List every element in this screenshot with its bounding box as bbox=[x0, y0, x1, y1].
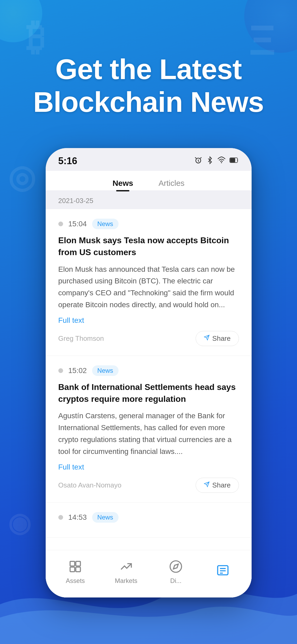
status-time: 5:16 bbox=[58, 155, 77, 167]
share-button-2[interactable]: Share bbox=[196, 478, 239, 493]
news-excerpt-2: Agustín Carstens, general manager of the… bbox=[58, 410, 239, 457]
news-fulltext-2[interactable]: Full text bbox=[58, 463, 239, 471]
nav-assets[interactable]: Assets bbox=[66, 558, 85, 585]
bg-icon-crypto-3: ◎ bbox=[8, 159, 36, 195]
news-dot-1 bbox=[58, 222, 63, 226]
news-item-2: 15:02 News Bank of International Settlem… bbox=[46, 356, 252, 503]
news-fulltext-1[interactable]: Full text bbox=[58, 316, 239, 325]
news-badge-3: News bbox=[92, 512, 119, 523]
share-icon-2 bbox=[204, 481, 210, 489]
news-badge-1: News bbox=[92, 219, 119, 229]
tab-articles[interactable]: Articles bbox=[157, 176, 187, 190]
news-excerpt-1: Elon Musk has announced that Tesla cars … bbox=[58, 264, 239, 311]
svg-rect-3 bbox=[230, 158, 235, 162]
svg-rect-11 bbox=[76, 567, 80, 572]
nav-discover[interactable]: Di... bbox=[167, 558, 184, 585]
news-author-1: Greg Thomson bbox=[58, 334, 104, 343]
news-time-2: 15:02 bbox=[68, 366, 87, 375]
hero-section: Get the Latest Blockchain News bbox=[0, 53, 297, 118]
share-label-1: Share bbox=[212, 334, 230, 343]
tab-bar: News Articles bbox=[46, 171, 252, 190]
news-footer-1: Greg Thomson Share bbox=[58, 331, 239, 346]
status-icons bbox=[194, 156, 239, 166]
nav-discover-label: Di... bbox=[170, 577, 182, 585]
svg-rect-8 bbox=[70, 561, 75, 566]
bluetooth-icon bbox=[206, 156, 214, 166]
svg-point-12 bbox=[170, 561, 181, 572]
discover-icon bbox=[167, 558, 184, 575]
bg-icon-bitcoin-1: ₿ bbox=[26, 16, 45, 59]
news-item-3: 14:53 News bbox=[46, 503, 252, 538]
news-author-2: Osato Avan-Nomayo bbox=[58, 481, 121, 489]
bg-icon-crypto-4: ◉ bbox=[8, 507, 31, 538]
news-time-3: 14:53 bbox=[68, 513, 87, 522]
news-dot-2 bbox=[58, 368, 63, 373]
news-meta-1: 15:04 News bbox=[58, 219, 239, 229]
assets-icon bbox=[67, 558, 84, 575]
news-meta-3: 14:53 News bbox=[58, 512, 239, 523]
nav-news-tab[interactable] bbox=[214, 562, 231, 581]
status-bar: 5:16 bbox=[46, 148, 252, 171]
phone-shell: 5:16 bbox=[46, 148, 252, 597]
svg-rect-9 bbox=[70, 567, 75, 572]
date-header: 2021-03-25 bbox=[46, 190, 252, 209]
phone-mockup: 5:16 bbox=[46, 148, 252, 597]
svg-point-1 bbox=[221, 162, 222, 163]
news-badge-2: News bbox=[92, 365, 119, 376]
hero-line2: Blockchain News bbox=[0, 86, 297, 118]
news-time-1: 15:04 bbox=[68, 220, 87, 228]
news-dot-3 bbox=[58, 515, 63, 520]
news-footer-2: Osato Avan-Nomayo Share bbox=[58, 478, 239, 493]
tab-news[interactable]: News bbox=[110, 176, 135, 190]
share-icon-1 bbox=[204, 335, 210, 342]
svg-rect-10 bbox=[76, 561, 80, 566]
share-button-1[interactable]: Share bbox=[196, 331, 239, 346]
hero-line1: Get the Latest bbox=[0, 53, 297, 86]
news-nav-icon bbox=[214, 562, 231, 579]
news-meta-2: 15:02 News bbox=[58, 365, 239, 376]
news-item-1: 15:04 News Elon Musk says Tesla now acce… bbox=[46, 209, 252, 356]
alarm-icon bbox=[194, 156, 202, 166]
share-label-2: Share bbox=[212, 481, 230, 489]
svg-marker-13 bbox=[173, 564, 178, 569]
bottom-nav: Assets Markets Di... bbox=[46, 550, 252, 597]
nav-assets-label: Assets bbox=[66, 577, 85, 585]
news-list: 15:04 News Elon Musk says Tesla now acce… bbox=[46, 209, 252, 597]
nav-markets-label: Markets bbox=[115, 577, 137, 585]
markets-icon bbox=[118, 558, 135, 575]
phone-content: 2021-03-25 15:04 News Elon Musk says Tes… bbox=[46, 190, 252, 597]
news-title-1: Elon Musk says Tesla now accepts Bitcoin… bbox=[58, 234, 239, 258]
nav-markets[interactable]: Markets bbox=[115, 558, 137, 585]
battery-icon bbox=[229, 157, 239, 166]
hero-title: Get the Latest Blockchain News bbox=[0, 53, 297, 118]
wifi-icon bbox=[217, 156, 226, 166]
news-title-2: Bank of International Settlements head s… bbox=[58, 381, 239, 405]
